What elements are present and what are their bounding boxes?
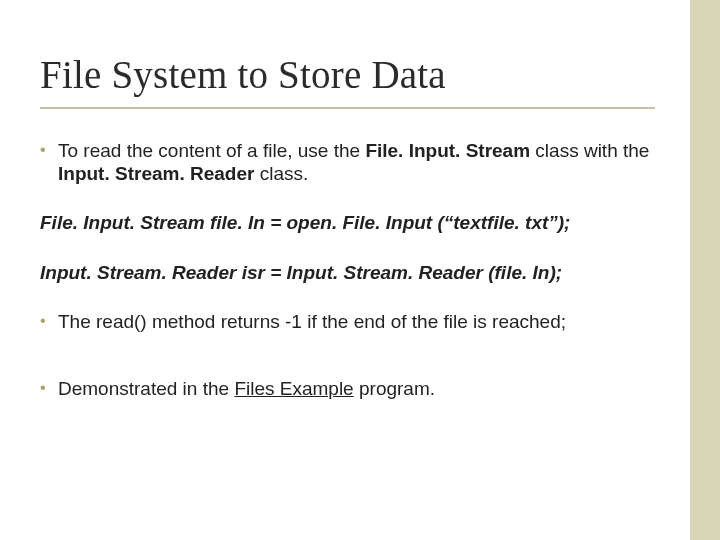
b1-class1: File. Input. Stream: [365, 140, 530, 161]
bullet-dot: •: [40, 139, 58, 161]
accent-sidebar: [690, 0, 720, 540]
slide-title: File System to Store Data: [40, 52, 690, 97]
bullet-dot: •: [40, 377, 58, 399]
bullet-dot: •: [40, 310, 58, 332]
code-line-2: Input. Stream. Reader isr = Input. Strea…: [40, 261, 650, 284]
code-line-1: File. Input. Stream file. In = open. Fil…: [40, 211, 650, 234]
bullet-3: • Demonstrated in the Files Example prog…: [40, 377, 650, 400]
bullet-2-text: The read() method returns -1 if the end …: [58, 310, 650, 333]
bullet-3-text: Demonstrated in the Files Example progra…: [58, 377, 650, 400]
slide-content: • To read the content of a file, use the…: [40, 139, 650, 400]
bullet-2: • The read() method returns -1 if the en…: [40, 310, 650, 333]
b3-post: program.: [354, 378, 435, 399]
b1-pre: To read the content of a file, use the: [58, 140, 365, 161]
b1-mid: class with the: [530, 140, 649, 161]
bullet-1-text: To read the content of a file, use the F…: [58, 139, 650, 185]
bullet-1: • To read the content of a file, use the…: [40, 139, 650, 185]
b3-link: Files Example: [234, 378, 353, 399]
slide-body: File System to Store Data • To read the …: [0, 0, 690, 540]
title-rule: [40, 107, 655, 109]
b1-post: class.: [254, 163, 308, 184]
b3-pre: Demonstrated in the: [58, 378, 234, 399]
b1-class2: Input. Stream. Reader: [58, 163, 254, 184]
